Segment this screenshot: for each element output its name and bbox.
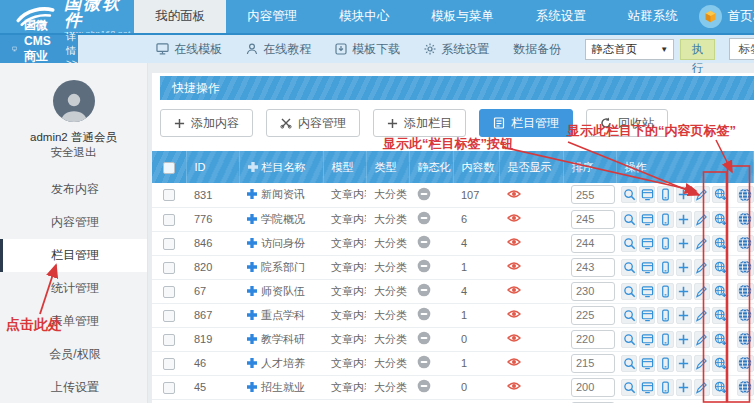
preview-icon[interactable] [639,283,655,300]
add-sub-column-icon[interactable] [676,331,692,348]
preview-icon[interactable] [639,307,655,324]
quick-action-button[interactable]: 栏目管理 [479,109,573,137]
home-tag-cube-icon[interactable] [699,5,722,28]
expand-plus-icon[interactable] [247,214,257,224]
quick-action-button[interactable]: 添加内容 [160,109,253,137]
mobile-icon[interactable] [657,211,673,228]
mobile-icon[interactable] [657,379,673,396]
search-icon[interactable] [621,211,637,228]
expand-plus-icon[interactable] [247,310,257,320]
edit-pencil-icon[interactable] [694,235,710,252]
expand-plus-icon[interactable] [247,286,257,296]
column-name-link[interactable]: 人才培养 [261,357,305,369]
visible-eye-icon[interactable] [507,309,521,319]
add-sub-column-icon[interactable] [676,307,692,324]
sort-input[interactable] [571,354,615,373]
row-checkbox[interactable] [163,238,175,250]
static-off-icon[interactable] [417,211,431,225]
expand-plus-icon[interactable] [247,334,257,344]
static-page-select[interactable]: 静态首页 ▼ [585,39,674,60]
quick-action-button[interactable]: 添加栏目 [373,109,466,137]
toolbar-link[interactable]: 系统设置 [424,41,489,58]
row-checkbox[interactable] [163,358,175,370]
content-page-tag-icon[interactable] [737,259,753,276]
column-name-link[interactable]: 新闻资讯 [261,188,305,200]
row-checkbox[interactable] [163,214,175,226]
logout-link[interactable]: 安全退出 [0,145,147,160]
content-page-tag-icon[interactable] [737,235,753,252]
static-off-icon[interactable] [417,283,431,297]
edit-pencil-icon[interactable] [694,211,710,228]
sort-input[interactable] [571,282,615,301]
static-off-icon[interactable] [417,187,431,201]
column-tag-icon[interactable] [712,379,728,396]
search-icon[interactable] [621,379,637,396]
expand-plus-icon[interactable] [247,262,257,272]
search-icon[interactable] [621,259,637,276]
top-nav-item[interactable]: 系统设置 [515,0,607,33]
static-off-icon[interactable] [417,235,431,249]
static-off-icon[interactable] [417,355,431,369]
row-checkbox[interactable] [163,382,175,394]
toolbar-link[interactable]: 数据备份 [513,41,561,58]
preview-icon[interactable] [639,259,655,276]
row-checkbox[interactable] [163,189,175,201]
add-sub-column-icon[interactable] [676,186,692,203]
add-sub-column-icon[interactable] [676,379,692,396]
sort-input[interactable] [571,185,615,204]
sidebar-item[interactable]: 统计管理 [0,272,147,305]
top-nav-item[interactable]: 模板与菜单 [410,0,515,33]
preview-icon[interactable] [639,186,655,203]
column-tag-icon[interactable] [712,355,728,372]
visible-eye-icon[interactable] [507,189,521,199]
content-page-tag-icon[interactable] [737,211,753,228]
column-name-link[interactable]: 访问身份 [261,237,305,249]
add-sub-column-icon[interactable] [676,259,692,276]
visible-eye-icon[interactable] [507,381,521,391]
column-tag-icon[interactable] [712,235,728,252]
column-name-link[interactable]: 学院概况 [261,213,305,225]
execute-button[interactable]: 执行 [680,39,715,60]
sidebar-item[interactable]: 上传设置 [0,371,147,403]
top-nav-item[interactable]: 我的面板 [134,0,226,33]
column-name-link[interactable]: 院系部门 [261,261,305,273]
sidebar-item[interactable]: 会员/权限 [0,338,147,371]
mobile-icon[interactable] [657,235,673,252]
mobile-icon[interactable] [657,186,673,203]
search-icon[interactable] [621,331,637,348]
toolbar-link[interactable]: 在线教程 [246,41,311,58]
edit-pencil-icon[interactable] [694,379,710,396]
visible-eye-icon[interactable] [507,333,521,343]
sort-input[interactable] [571,210,615,229]
static-off-icon[interactable] [417,331,431,345]
row-checkbox[interactable] [163,310,175,322]
column-tag-icon[interactable] [712,186,728,203]
static-off-icon[interactable] [417,307,431,321]
search-icon[interactable] [621,307,637,324]
sidebar-item[interactable]: 栏目管理 [0,239,147,272]
quick-action-button[interactable]: 内容管理 [266,109,360,137]
preview-icon[interactable] [639,355,655,372]
content-page-tag-icon[interactable] [737,307,753,324]
top-nav-item[interactable]: 内容管理 [226,0,318,33]
preview-icon[interactable] [639,379,655,396]
static-off-icon[interactable] [417,379,431,393]
column-name-link[interactable]: 招生就业 [261,381,305,393]
preview-icon[interactable] [639,211,655,228]
expand-plus-icon[interactable] [247,238,257,248]
expand-plus-icon[interactable] [247,358,257,368]
edit-pencil-icon[interactable] [694,186,710,203]
column-tag-icon[interactable] [712,259,728,276]
visible-eye-icon[interactable] [507,213,521,223]
column-tag-icon[interactable] [712,283,728,300]
row-checkbox[interactable] [163,286,175,298]
sort-input[interactable] [571,234,615,253]
edit-pencil-icon[interactable] [694,331,710,348]
toolbar-link[interactable]: 模板下载 [335,41,400,58]
content-page-tag-icon[interactable] [737,186,753,203]
column-tag-icon[interactable] [712,211,728,228]
sort-input[interactable] [571,378,615,397]
add-sub-column-icon[interactable] [676,283,692,300]
sort-input[interactable] [571,258,615,277]
mobile-icon[interactable] [657,259,673,276]
